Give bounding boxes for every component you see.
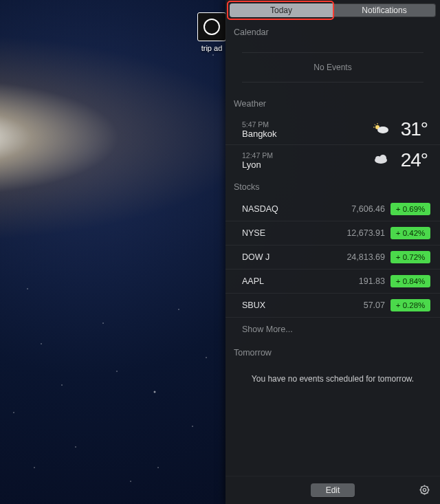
panel-footer: Edit [226,476,440,504]
stock-symbol: AAPL [242,276,337,286]
tomorrow-widget: Tomorrow You have no events scheduled fo… [226,341,440,395]
stock-value: 57.07 [337,300,385,310]
tomorrow-title: Tomorrow [226,341,440,363]
tab-notifications[interactable]: Notifications [333,3,436,17]
weather-time: 5:47 PM [242,120,371,129]
stock-symbol: DOW J [242,252,337,262]
weather-temp: 31° [390,118,428,140]
weather-city-name: Lyon [242,160,371,170]
stock-value: 7,606.46 [337,204,385,214]
stock-value: 12,673.91 [337,228,385,238]
svg-point-7 [380,155,386,162]
weather-city-name: Bangkok [242,129,371,139]
stock-row[interactable]: NASDAQ 7,606.46 + 0.69% [226,197,440,221]
stock-symbol: SBUX [242,300,337,310]
tomorrow-text: You have no events scheduled for tomorro… [226,363,440,395]
sun-cloud-icon [371,122,390,137]
panel-content: Calendar No Events Weather 5:47 PM Bangk… [226,21,440,476]
edit-button[interactable]: Edit [311,483,355,497]
stock-row[interactable]: SBUX 57.07 + 0.28% [226,294,440,318]
weather-row[interactable]: 12:47 PM Lyon 24° [226,145,440,175]
stocks-show-more[interactable]: Show More... [226,318,440,341]
file-thumbnail-icon [197,12,226,41]
weather-row[interactable]: 5:47 PM Bangkok 31° [226,114,440,145]
svg-point-9 [423,488,426,491]
stock-change-badge: + 0.42% [390,227,430,239]
stock-change-badge: + 0.84% [390,275,430,287]
segmented-control-wrap: Today Notifications [226,0,440,21]
tab-today[interactable]: Today [230,3,333,17]
gear-icon[interactable] [419,484,430,496]
svg-line-3 [375,124,375,124]
stocks-widget: Stocks NASDAQ 7,606.46 + 0.69% NYSE 12,6… [226,175,440,341]
weather-time: 12:47 PM [242,151,371,160]
stock-change-badge: + 0.69% [390,203,430,215]
svg-point-4 [377,127,388,133]
stock-row[interactable]: NYSE 12,673.91 + 0.42% [226,221,440,245]
stock-row[interactable]: AAPL 191.83 + 0.84% [226,270,440,294]
segmented-control: Today Notifications [230,3,436,17]
calendar-empty-text: No Events [242,53,424,82]
calendar-title: Calendar [226,21,440,43]
stocks-title: Stocks [226,175,440,197]
cloud-icon [371,155,390,166]
stock-value: 24,813.69 [337,252,385,262]
stock-symbol: NYSE [242,228,337,238]
weather-widget: Weather 5:47 PM Bangkok [226,92,440,175]
stock-row[interactable]: DOW J 24,813.69 + 0.72% [226,245,440,270]
weather-temp: 24° [390,149,428,171]
stock-change-badge: + 0.72% [390,251,430,263]
weather-title: Weather [226,92,440,114]
stock-change-badge: + 0.28% [390,299,430,311]
stock-symbol: NASDAQ [242,204,337,214]
notification-center-panel: Today Notifications Calendar No Events W… [226,0,440,504]
stock-value: 191.83 [337,276,385,286]
divider [242,82,424,83]
calendar-widget: Calendar No Events [226,21,440,92]
